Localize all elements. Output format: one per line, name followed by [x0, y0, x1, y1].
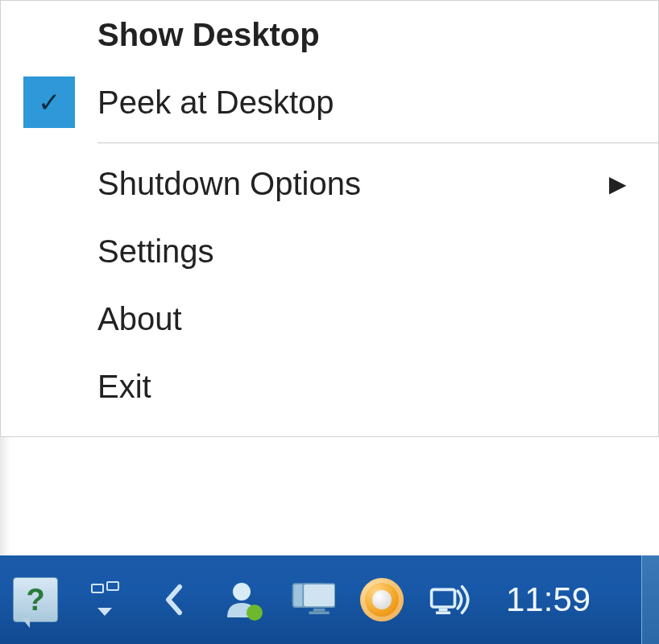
- network-volume-icon[interactable]: [429, 577, 474, 622]
- chevron-left-icon[interactable]: [151, 577, 197, 622]
- check-column: [1, 1, 97, 68]
- taskbar-clock[interactable]: 11:59: [506, 580, 591, 619]
- circle-app-icon[interactable]: [359, 577, 404, 622]
- menu-item-label: Show Desktop: [97, 17, 320, 53]
- menu-item-about[interactable]: About: [1, 285, 658, 353]
- check-column: [1, 217, 97, 285]
- svg-rect-8: [436, 611, 450, 614]
- svg-rect-3: [303, 584, 335, 607]
- svg-rect-6: [432, 589, 455, 607]
- help-icon[interactable]: ?: [13, 577, 58, 622]
- menu-item-label: Exit: [97, 369, 151, 405]
- person-icon[interactable]: [221, 577, 266, 622]
- menu-item-settings[interactable]: Settings: [1, 217, 658, 285]
- check-column: ✓: [1, 68, 97, 136]
- check-column: [1, 150, 97, 217]
- checked-indicator: ✓: [23, 76, 75, 128]
- check-icon: ✓: [38, 86, 60, 118]
- menu-item-label: Shutdown Options: [97, 166, 361, 202]
- menu-item-exit[interactable]: Exit: [1, 353, 658, 420]
- submenu-arrow-icon: ▶: [609, 171, 627, 197]
- check-column: [1, 353, 97, 420]
- menu-item-shutdown-options[interactable]: Shutdown Options ▶: [1, 150, 658, 217]
- monitor-icon[interactable]: [290, 577, 335, 622]
- menu-separator: [97, 142, 658, 143]
- menu-item-show-desktop[interactable]: Show Desktop: [1, 1, 658, 68]
- overflow-icon[interactable]: [82, 577, 127, 622]
- menu-item-label: Settings: [97, 233, 214, 270]
- svg-point-1: [247, 605, 263, 621]
- menu-item-label: About: [97, 301, 182, 337]
- svg-rect-5: [309, 611, 329, 614]
- check-column: [1, 285, 97, 353]
- menu-item-peek-at-desktop[interactable]: ✓ Peek at Desktop: [1, 68, 658, 136]
- svg-rect-4: [313, 609, 325, 612]
- show-desktop-button[interactable]: [641, 555, 659, 644]
- taskbar: ?: [0, 555, 659, 644]
- menu-item-label: Peek at Desktop: [97, 85, 334, 121]
- svg-point-0: [233, 583, 251, 601]
- svg-rect-7: [439, 609, 448, 612]
- context-menu: Show Desktop ✓ Peek at Desktop Shutdown …: [0, 0, 659, 437]
